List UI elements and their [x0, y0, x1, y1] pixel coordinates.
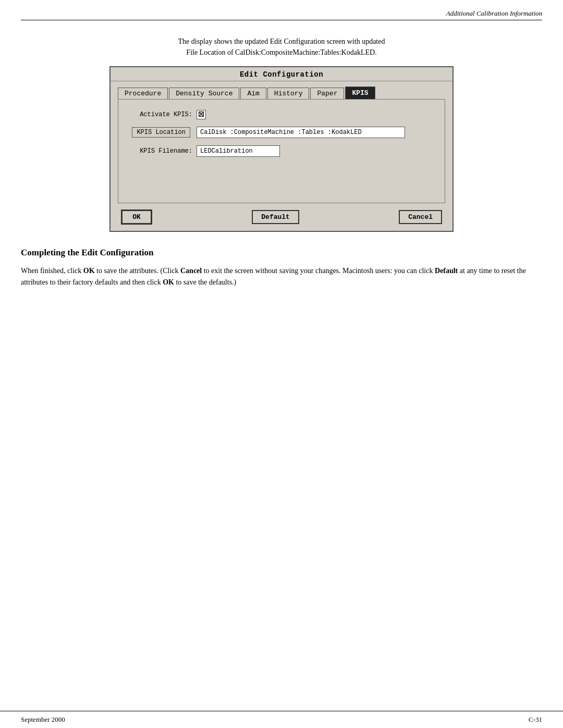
tab-procedure[interactable]: Procedure [118, 88, 168, 99]
tab-density-source[interactable]: Density Source [169, 88, 239, 99]
kpis-filename-input[interactable] [197, 145, 280, 157]
tabs-area: Procedure Density Source Aim History Pap… [111, 81, 452, 99]
main-content: The display shows the updated Edit Confi… [21, 20, 542, 289]
ok-button[interactable]: OK [121, 209, 152, 225]
kpis-location-input[interactable] [197, 127, 405, 138]
activate-kpis-label: Activate KPIS: [129, 111, 197, 118]
tab-paper[interactable]: Paper [310, 88, 344, 99]
kpis-location-button[interactable]: KPIS Location [132, 127, 190, 138]
section-heading: Completing the Edit Configuration [21, 248, 542, 258]
kpis-location-label: KPIS Location [129, 127, 197, 138]
tab-aim[interactable]: Aim [240, 88, 266, 99]
dialog-button-row: OK Default Cancel [111, 203, 452, 231]
footer: September 2000 C-31 [0, 711, 563, 728]
header-title: Additional Calibration Information [21, 9, 542, 20]
footer-left: September 2000 [21, 715, 65, 724]
tab-kpis[interactable]: KPIS [345, 87, 375, 99]
kpis-filename-label: KPIS Filename: [129, 147, 197, 155]
tab-content-kpis: Activate KPIS: ☒ KPIS Location KPIS File… [118, 99, 445, 203]
cancel-button[interactable]: Cancel [399, 210, 442, 224]
body-paragraph: When finished, click OK to save the attr… [21, 265, 542, 289]
intro-paragraph: The display shows the updated Edit Confi… [21, 36, 542, 58]
dialog-title: Edit Configuration [111, 67, 452, 81]
kpis-filename-row: KPIS Filename: [129, 145, 434, 157]
header: Additional Calibration Information [21, 0, 542, 20]
tab-history[interactable]: History [267, 88, 310, 99]
activate-kpis-row: Activate KPIS: ☒ [129, 110, 434, 119]
activate-kpis-checkbox[interactable]: ☒ [197, 110, 206, 119]
footer-right: C-31 [529, 715, 542, 724]
default-button[interactable]: Default [252, 210, 299, 224]
edit-configuration-dialog: Edit Configuration Procedure Density Sou… [109, 66, 454, 232]
kpis-location-row: KPIS Location [129, 127, 434, 138]
